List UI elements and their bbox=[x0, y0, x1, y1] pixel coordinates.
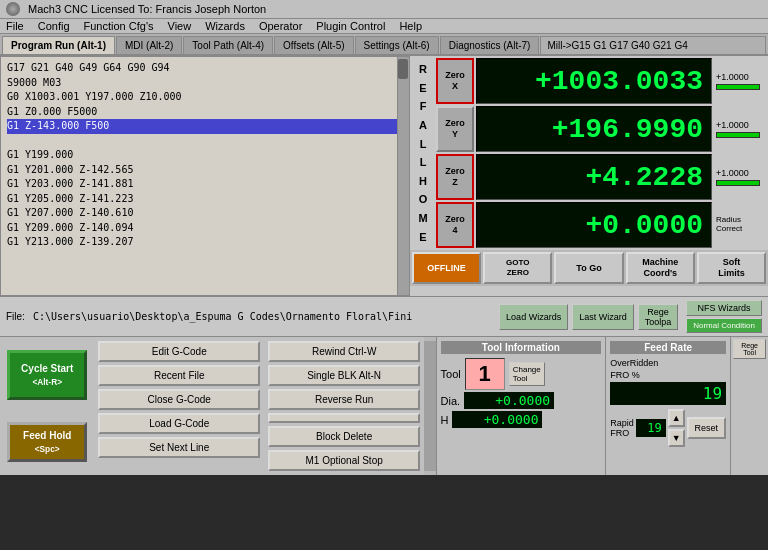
menu-operator[interactable]: Operator bbox=[259, 20, 302, 32]
menu-wizards[interactable]: Wizards bbox=[205, 20, 245, 32]
tool-info-title: Tool Information bbox=[441, 341, 602, 354]
gcode-line-2: G0 X1003.001 Y197.000 Z10.000 bbox=[7, 91, 182, 102]
feed-rate-title: Feed Rate bbox=[610, 341, 726, 354]
gcode-line-6: G1 Y201.000 Z-142.565 bbox=[7, 164, 133, 175]
rewind-button[interactable]: Rewind Ctrl-W bbox=[268, 341, 420, 362]
cycle-col: Cycle Start<Alt-R> Feed Hold<Spc> bbox=[0, 337, 94, 475]
menu-help[interactable]: Help bbox=[399, 20, 422, 32]
offline-button[interactable]: OFFLINE bbox=[412, 252, 481, 284]
regen-toolpath-button[interactable]: RegeToolpa bbox=[638, 304, 679, 330]
load-gcode-button[interactable]: Load G-Code bbox=[98, 413, 260, 434]
gcode-line-10: G1 Y209.000 Z-140.094 bbox=[7, 222, 133, 233]
normal-condition-button[interactable]: Normal Condition bbox=[686, 318, 762, 333]
last-wizard-button[interactable]: Last Wizard bbox=[572, 304, 634, 330]
h-display: +0.0000 bbox=[452, 411, 542, 428]
load-wizards-button[interactable]: Load Wizards bbox=[499, 304, 568, 330]
gcode-line-0: G17 G21 G40 G49 G64 G90 G94 bbox=[7, 62, 170, 73]
zero-z-button[interactable]: Zero Z bbox=[436, 154, 474, 200]
menu-config[interactable]: Config bbox=[38, 20, 70, 32]
progress-bar bbox=[424, 341, 435, 471]
dro-rows-area: R E F A L L H O M E Zero X bbox=[410, 56, 768, 250]
recent-file-button[interactable]: Recent File bbox=[98, 365, 260, 386]
goto-zero-button[interactable]: GOTOZERO bbox=[483, 252, 552, 284]
gcode-line-11: G1 Y213.000 Z-139.207 bbox=[7, 236, 133, 247]
gcode-line-5: G1 Y199.000 bbox=[7, 149, 73, 160]
gcode-line-1: S9000 M03 bbox=[7, 77, 61, 88]
tab-tool-path[interactable]: Tool Path (Alt-4) bbox=[183, 36, 273, 54]
file-bar: File: C:\Users\usuario\Desktop\a_Espuma … bbox=[0, 296, 768, 337]
scale-col-x: +1.0000 bbox=[714, 58, 766, 104]
gcode-content: G17 G21 G40 G49 G64 G90 G94 S9000 M03 G0… bbox=[1, 57, 409, 295]
gcode-scrollbar[interactable] bbox=[397, 57, 409, 295]
gcode-line-7: G1 Y203.000 Z-141.881 bbox=[7, 178, 133, 189]
regen-btn-1[interactable]: RegeTool bbox=[733, 339, 766, 359]
zero-4-button[interactable]: Zero 4 bbox=[436, 202, 474, 248]
overridden-label: OverRidden bbox=[610, 358, 726, 368]
close-gcode-button[interactable]: Close G-Code bbox=[98, 389, 260, 410]
zero-y-button[interactable]: Zero Y bbox=[436, 106, 474, 152]
menu-file[interactable]: File bbox=[6, 20, 24, 32]
gcode-line-3: G1 Z0.000 F5000 bbox=[7, 106, 97, 117]
soft-limits-button[interactable]: SoftLimits bbox=[697, 252, 766, 284]
scale-col-y: +1.0000 bbox=[714, 106, 766, 152]
top-bar: Mach3 CNC Licensed To: Francis Joseph No… bbox=[0, 0, 768, 19]
edit-gcode-button[interactable]: Edit G-Code bbox=[98, 341, 260, 362]
menu-view[interactable]: View bbox=[168, 20, 192, 32]
fro-down-button[interactable]: ▼ bbox=[668, 429, 685, 447]
dro-row-z: Zero Z +4.2228 +1.0000 bbox=[436, 154, 766, 200]
feed-rate-content: OverRidden FRO % 19 RapidFRO 19 ▲ ▼ Rese… bbox=[610, 358, 726, 447]
dia-display: +0.0000 bbox=[464, 392, 554, 409]
app-logo bbox=[6, 2, 20, 16]
right-mid-col: Rewind Ctrl-W Single BLK Alt-N Reverse R… bbox=[264, 337, 424, 475]
change-tool-button[interactable]: ChangeTool bbox=[509, 362, 545, 386]
tab-program-run[interactable]: Program Run (Alt-1) bbox=[2, 36, 115, 54]
licensed-text: Mach3 CNC Licensed To: Francis Joseph No… bbox=[28, 3, 266, 15]
dro-display-x: +1003.0033 bbox=[476, 58, 712, 104]
regen-col: RegeTool bbox=[730, 337, 768, 475]
tab-mill-info: Mill->G15 G1 G17 G40 G21 G4 bbox=[540, 36, 766, 54]
h-label: H bbox=[441, 414, 449, 426]
bottom-panel: Cycle Start<Alt-R> Feed Hold<Spc> Edit G… bbox=[0, 337, 768, 475]
zero-x-button[interactable]: Zero X bbox=[436, 58, 474, 104]
fro-label: FRO % bbox=[610, 370, 726, 380]
tab-mdi[interactable]: MDI (Alt-2) bbox=[116, 36, 182, 54]
rapid-fro-label: RapidFRO bbox=[610, 418, 634, 438]
dro-bottom-buttons: OFFLINE GOTOZERO To Go MachineCoord's So… bbox=[410, 250, 768, 286]
scale-col-4: RadiusCorrect bbox=[714, 202, 766, 248]
tab-offsets[interactable]: Offsets (Alt-5) bbox=[274, 36, 354, 54]
dro-display-4: +0.0000 bbox=[476, 202, 712, 248]
feed-rate-col: Feed Rate OverRidden FRO % 19 RapidFRO 1… bbox=[605, 337, 730, 475]
dro-panel: R E F A L L H O M E Zero X bbox=[410, 56, 768, 296]
tab-settings[interactable]: Settings (Alt-6) bbox=[355, 36, 439, 54]
dro-row-x: Zero X +1003.0033 +1.0000 bbox=[436, 58, 766, 104]
fro-up-button[interactable]: ▲ bbox=[668, 409, 685, 427]
m1-optional-stop-button[interactable]: M1 Optional Stop bbox=[268, 450, 420, 471]
machine-coords-button[interactable]: MachineCoord's bbox=[626, 252, 695, 284]
tool-dia-row: Dia. +0.0000 bbox=[441, 392, 602, 409]
tool-label: Tool bbox=[441, 368, 461, 380]
gcode-line-8: G1 Y205.000 Z-141.223 bbox=[7, 193, 133, 204]
main-area: G17 G21 G40 G49 G64 G90 G94 S9000 M03 G0… bbox=[0, 56, 768, 296]
dro-rows-col: Zero X +1003.0033 +1.0000 Zero Y bbox=[436, 58, 766, 248]
menu-plugin-control[interactable]: Plugin Control bbox=[316, 20, 385, 32]
tool-info-col: Tool Information Tool 1 ChangeTool Dia. … bbox=[436, 337, 606, 475]
tab-bar: Program Run (Alt-1) MDI (Alt-2) Tool Pat… bbox=[0, 34, 768, 56]
block-delete-button[interactable]: Block Delete bbox=[268, 426, 420, 447]
set-next-line-button[interactable]: Set Next Line bbox=[98, 437, 260, 458]
dro-row-y: Zero Y +196.9990 +1.0000 bbox=[436, 106, 766, 152]
feed-hold-button[interactable]: Feed Hold<Spc> bbox=[7, 422, 87, 462]
reverse-run-button[interactable]: Reverse Run bbox=[268, 389, 420, 410]
single-blk-button[interactable]: Single BLK Alt-N bbox=[268, 365, 420, 386]
tool-row: Tool 1 ChangeTool bbox=[441, 358, 602, 390]
gcode-line-4: G1 Z-143.000 F500 bbox=[7, 119, 403, 134]
fro-reset-button[interactable]: Reset bbox=[687, 417, 727, 439]
gcode-scrollbar-thumb bbox=[398, 59, 408, 79]
nfs-wizards-button[interactable]: NFS Wizards bbox=[686, 300, 762, 316]
menu-function-cfgs[interactable]: Function Cfg's bbox=[84, 20, 154, 32]
dro-display-y: +196.9990 bbox=[476, 106, 712, 152]
to-go-button[interactable]: To Go bbox=[554, 252, 623, 284]
cycle-start-button[interactable]: Cycle Start<Alt-R> bbox=[7, 350, 87, 400]
fro-display: 19 bbox=[610, 382, 726, 405]
tool-number-display: 1 bbox=[465, 358, 505, 390]
tab-diagnostics[interactable]: Diagnostics (Alt-7) bbox=[440, 36, 540, 54]
